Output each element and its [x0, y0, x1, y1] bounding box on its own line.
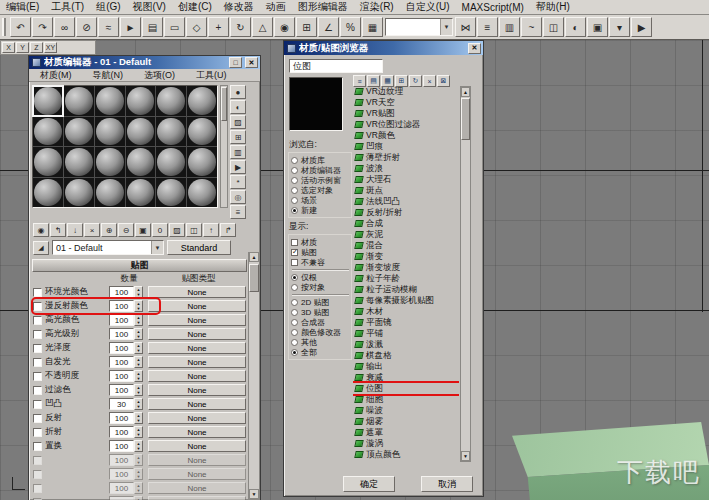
- root-option[interactable]: 按对象: [291, 282, 350, 292]
- map-amount-field[interactable]: 30: [109, 398, 134, 410]
- toolbar-grip[interactable]: [2, 18, 6, 36]
- put-material-icon[interactable]: ↰: [50, 223, 66, 237]
- map-category-option[interactable]: 颜色修改器: [291, 327, 350, 337]
- map-amount-field[interactable]: 100: [109, 328, 134, 340]
- window-crossing-icon[interactable]: ◇: [186, 17, 207, 37]
- material-sample-slot[interactable]: [95, 117, 125, 147]
- map-enable-checkbox[interactable]: [33, 470, 42, 479]
- map-amount-field[interactable]: 100: [109, 426, 134, 438]
- material-sample-slot[interactable]: [33, 117, 63, 147]
- map-type-item[interactable]: 薄壁折射: [353, 152, 459, 163]
- material-editor-titlebar[interactable]: 材质编辑器 - 01 - Default: [29, 56, 260, 69]
- material-sample-slot[interactable]: [156, 178, 186, 208]
- material-type-button[interactable]: Standard: [167, 240, 231, 255]
- map-enable-checkbox[interactable]: [33, 456, 42, 465]
- material-sample-slot[interactable]: [64, 86, 94, 116]
- map-enable-checkbox[interactable]: [33, 358, 42, 367]
- material-sample-slot[interactable]: [33, 86, 63, 116]
- menu-item[interactable]: 材质(M): [34, 69, 78, 82]
- map-type-button[interactable]: None: [148, 440, 246, 452]
- menu-item[interactable]: 导航(N): [87, 69, 130, 82]
- ok-button[interactable]: 确定: [343, 476, 395, 492]
- browse-from-option[interactable]: 新建: [291, 205, 350, 215]
- map-type-item[interactable]: 灰泥: [353, 229, 459, 240]
- map-amount-field[interactable]: 100: [109, 300, 134, 312]
- browse-from-option[interactable]: 材质库: [291, 155, 350, 165]
- map-type-item[interactable]: 渐变: [353, 251, 459, 262]
- map-type-button[interactable]: None: [148, 286, 246, 298]
- amount-spinner[interactable]: [134, 314, 143, 326]
- menu-item[interactable]: 修改器: [218, 0, 260, 14]
- pick-material-icon[interactable]: [33, 241, 49, 255]
- map-type-button[interactable]: None: [148, 482, 246, 494]
- material-sample-slot[interactable]: [64, 117, 94, 147]
- map-type-item[interactable]: 反射/折射: [353, 207, 459, 218]
- map-type-item[interactable]: 烟雾: [353, 416, 459, 427]
- map-type-item[interactable]: 细胞: [353, 394, 459, 405]
- material-sample-slot[interactable]: [95, 86, 125, 116]
- map-enable-checkbox[interactable]: [33, 442, 42, 451]
- video-color-check-icon[interactable]: ▥: [230, 145, 246, 159]
- map-type-item[interactable]: 法线凹凸: [353, 196, 459, 207]
- close-icon[interactable]: [245, 57, 258, 68]
- material-sample-slot[interactable]: [156, 86, 186, 116]
- select-rotate-icon[interactable]: ↻: [230, 17, 251, 37]
- material-sample-slot[interactable]: [187, 117, 217, 147]
- map-amount-field[interactable]: 100: [109, 286, 134, 298]
- map-type-item[interactable]: 输出: [353, 361, 459, 372]
- select-scale-icon[interactable]: △: [252, 17, 273, 37]
- named-sets-icon[interactable]: ▦: [362, 17, 383, 37]
- map-list-scrollbar[interactable]: [460, 86, 471, 462]
- show-option[interactable]: 贴图: [291, 247, 350, 257]
- background-icon[interactable]: ▨: [230, 115, 246, 129]
- menu-item[interactable]: 视图(V): [127, 0, 172, 14]
- material-sample-slot[interactable]: [95, 178, 125, 208]
- map-type-item[interactable]: 斑点: [353, 185, 459, 196]
- map-type-item[interactable]: 凹痕: [353, 141, 459, 152]
- browse-from-option[interactable]: 活动示例窗: [291, 175, 350, 185]
- sample-slots-scrollbar[interactable]: [220, 85, 228, 208]
- amount-spinner[interactable]: [134, 398, 143, 410]
- map-type-item[interactable]: 平面镜: [353, 317, 459, 328]
- show-map-in-viewport-icon[interactable]: ▨: [169, 223, 185, 237]
- map-enable-checkbox[interactable]: [33, 372, 42, 381]
- make-unique-icon[interactable]: ⊖: [118, 223, 134, 237]
- amount-spinner[interactable]: [134, 496, 143, 500]
- map-type-item[interactable]: 泼溅: [353, 339, 459, 350]
- map-type-item[interactable]: 大理石: [353, 174, 459, 185]
- map-amount-field[interactable]: 100: [109, 384, 134, 396]
- map-enable-checkbox[interactable]: [33, 386, 42, 395]
- map-amount-field[interactable]: 100: [109, 370, 134, 382]
- browse-from-option[interactable]: 场景: [291, 195, 350, 205]
- map-amount-field[interactable]: 100: [109, 454, 134, 466]
- map-enable-checkbox[interactable]: [33, 302, 42, 311]
- amount-spinner[interactable]: [134, 384, 143, 396]
- map-type-button[interactable]: None: [148, 454, 246, 466]
- axis-x-icon[interactable]: X: [2, 42, 15, 53]
- align-icon[interactable]: ≡: [477, 17, 498, 37]
- map-type-button[interactable]: None: [148, 356, 246, 368]
- map-enable-checkbox[interactable]: [33, 400, 42, 409]
- menu-item[interactable]: 渲染(R): [354, 0, 400, 14]
- map-enable-checkbox[interactable]: [33, 288, 42, 297]
- maps-rollout-header[interactable]: 贴图: [32, 259, 247, 272]
- map-enable-checkbox[interactable]: [33, 316, 42, 325]
- map-category-option[interactable]: 2D 贴图: [291, 297, 350, 307]
- map-type-button[interactable]: None: [148, 384, 246, 396]
- amount-spinner[interactable]: [134, 482, 143, 494]
- material-sample-slot[interactable]: [64, 178, 94, 208]
- map-type-item[interactable]: VR边纹理: [353, 86, 459, 97]
- map-category-option[interactable]: 3D 贴图: [291, 307, 350, 317]
- amount-spinner[interactable]: [134, 440, 143, 452]
- scrollbar-thumb[interactable]: [249, 264, 259, 292]
- show-end-result-icon[interactable]: ◫: [186, 223, 202, 237]
- show-option[interactable]: 不兼容: [291, 257, 350, 267]
- material-sample-slot[interactable]: [187, 147, 217, 177]
- map-amount-field[interactable]: 100: [109, 356, 134, 368]
- backlight-icon[interactable]: ◐: [230, 100, 246, 114]
- schematic-view-icon[interactable]: ◫: [543, 17, 564, 37]
- map-type-item[interactable]: 粒子运动模糊: [353, 284, 459, 295]
- map-amount-field[interactable]: 100: [109, 468, 134, 480]
- map-type-button[interactable]: None: [148, 398, 246, 410]
- map-enable-checkbox[interactable]: [33, 330, 42, 339]
